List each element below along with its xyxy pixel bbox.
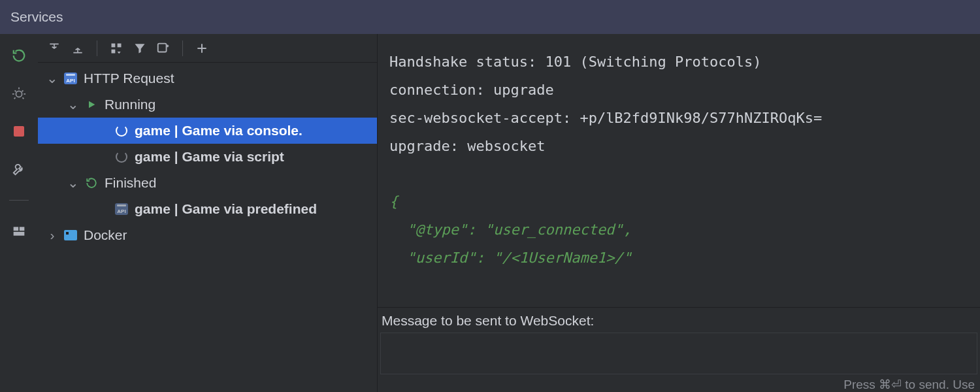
tree-node-docker[interactable]: › Docker: [38, 222, 377, 248]
svg-rect-2: [20, 227, 25, 231]
tree-node-finished[interactable]: ⌄ Finished: [38, 170, 377, 196]
websocket-output[interactable]: Handshake status: 101 (Switching Protoco…: [378, 34, 980, 307]
input-label: Message to be sent to WebSocket:: [378, 308, 980, 333]
svg-rect-8: [158, 43, 167, 52]
send-hint: Press ⌘⏎ to send. Use: [378, 374, 980, 392]
gutter-separator: [9, 200, 29, 201]
tree-pane: ⌄ HTTP Request ⌄ Running game | Game via…: [38, 34, 378, 392]
wrench-icon[interactable]: [9, 159, 29, 179]
tree-node-game-script[interactable]: game | Game via script: [38, 144, 377, 170]
chevron-down-icon[interactable]: ⌄: [47, 71, 57, 86]
rerun-icon: [85, 177, 98, 189]
tree-label: HTTP Request: [84, 71, 174, 86]
svg-rect-5: [118, 43, 122, 47]
panel-title: Services: [10, 9, 63, 25]
output-pane: Handshake status: 101 (Switching Protoco…: [378, 34, 980, 392]
rerun-icon[interactable]: [9, 46, 29, 65]
output-line: Handshake status: 101 (Switching Protoco…: [389, 54, 762, 70]
spinner-icon: [115, 151, 128, 163]
svg-rect-3: [14, 232, 25, 236]
tree-node-game-predefined[interactable]: game | Game via predefined: [38, 196, 377, 222]
api-icon: [64, 73, 77, 84]
panel-title-bar: Services: [0, 0, 980, 34]
layout-icon[interactable]: [9, 221, 29, 241]
services-tree[interactable]: ⌄ HTTP Request ⌄ Running game | Game via…: [38, 63, 377, 392]
tree-label: game | Game via script: [135, 149, 284, 165]
tree-node-running[interactable]: ⌄ Running: [38, 91, 377, 118]
tree-node-game-console[interactable]: game | Game via console.: [38, 118, 377, 144]
svg-rect-4: [112, 43, 116, 47]
group-by-icon[interactable]: [105, 37, 127, 59]
output-line: sec-websocket-accept: +p/lB2fd9INk98/S77…: [389, 110, 822, 126]
bug-icon[interactable]: [9, 84, 29, 103]
play-icon: [85, 99, 98, 110]
api-icon: [115, 203, 128, 215]
output-json-line: "@type": "user_connected",: [389, 221, 632, 238]
add-icon[interactable]: [191, 37, 213, 59]
add-service-icon[interactable]: [152, 37, 174, 59]
output-line: connection: upgrade: [389, 82, 554, 98]
svg-point-0: [16, 91, 22, 97]
tree-label: game | Game via console.: [135, 123, 302, 139]
tree-label: Docker: [84, 227, 127, 243]
svg-rect-6: [112, 49, 116, 53]
chevron-right-icon[interactable]: ›: [47, 227, 57, 243]
main-area: ⌄ HTTP Request ⌄ Running game | Game via…: [0, 34, 980, 392]
left-gutter: [0, 34, 38, 392]
svg-marker-7: [118, 52, 121, 54]
collapse-all-icon[interactable]: [67, 37, 89, 59]
toolbar-separator: [97, 41, 97, 56]
toolbar-separator: [182, 41, 183, 56]
tree-node-http-request[interactable]: ⌄ HTTP Request: [38, 65, 377, 91]
tree-label: Finished: [105, 175, 156, 191]
expand-all-icon[interactable]: [43, 37, 65, 59]
output-line: upgrade: websocket: [389, 138, 545, 154]
output-json-line: {: [389, 193, 398, 210]
chevron-down-icon[interactable]: ⌄: [68, 175, 78, 191]
stop-icon[interactable]: [9, 122, 29, 141]
svg-rect-1: [14, 227, 19, 231]
tree-label: Running: [105, 97, 155, 112]
svg-marker-9: [89, 101, 95, 108]
tree-label: game | Game via predefined: [135, 201, 317, 217]
websocket-input-section: Message to be sent to WebSocket: Press ⌘…: [378, 307, 980, 392]
chevron-down-icon[interactable]: ⌄: [68, 97, 78, 112]
websocket-message-input[interactable]: [380, 333, 977, 374]
docker-icon: [64, 230, 77, 240]
tree-toolbar: [38, 34, 377, 63]
spinner-icon: [115, 125, 128, 137]
filter-icon[interactable]: [129, 37, 151, 59]
output-json-line: "userId": "/<1UserName1>/": [389, 250, 632, 266]
